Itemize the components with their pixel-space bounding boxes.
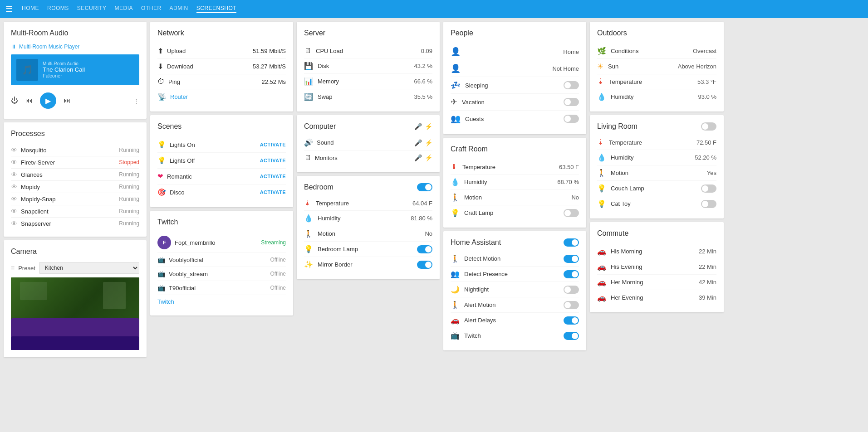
nav-security[interactable]: SECURITY <box>77 5 107 13</box>
cat-toy-toggle[interactable] <box>701 200 716 208</box>
process-name: Snapclient <box>21 208 49 215</box>
eye-icon[interactable]: 👁 <box>11 195 17 203</box>
ha-row-nightlight: 🌙 Nightlight <box>451 282 579 297</box>
stream-status: Offline <box>270 271 286 277</box>
activate-romantic-button[interactable]: ACTIVATE <box>260 174 286 179</box>
disk-icon: 💾 <box>304 62 313 70</box>
cpu-icon: 🖥 <box>304 47 311 55</box>
stream-status: Offline <box>270 257 286 263</box>
activate-disco-button[interactable]: ACTIVATE <box>260 189 286 195</box>
people-row-not-home: 👤 Not Home <box>451 60 579 77</box>
processes-card: Processes 👁Mosquitto Running 👁Firetv-Ser… <box>4 122 147 237</box>
next-button[interactable]: ⏭ <box>64 97 71 105</box>
monitor-muted-icon: 🎤 <box>414 154 422 161</box>
motion-icon: 🚶 <box>451 193 460 202</box>
nightlight-icon: 🌙 <box>451 285 460 294</box>
eye-icon[interactable]: 👁 <box>11 146 17 154</box>
sound-icon: 🔊 <box>304 138 313 147</box>
alert-delays-toggle[interactable] <box>564 316 579 325</box>
sleeping-toggle[interactable] <box>564 81 579 89</box>
network-row: ⏱ Ping 22.52 Ms <box>157 74 286 89</box>
eye-icon[interactable]: 👁 <box>11 171 17 178</box>
lr-main-toggle[interactable] <box>701 122 716 131</box>
audio-controls: ⏻ ⏮ ▶ ⏭ ⋮ <box>11 90 139 112</box>
computer-header: Computer 🎤 ⚡ <box>304 122 432 131</box>
ha-main-toggle[interactable] <box>564 238 579 247</box>
eye-icon[interactable]: 👁 <box>11 159 17 166</box>
mirror-border-toggle[interactable] <box>417 261 432 269</box>
process-row: 👁Snapclient Running <box>11 205 139 218</box>
scenes-title: Scenes <box>157 122 286 131</box>
car-icon: 🚗 <box>597 247 606 256</box>
stream-status: Streaming <box>261 239 286 246</box>
couch-lamp-toggle[interactable] <box>701 184 716 193</box>
detect-presence-icon: 👥 <box>451 270 460 278</box>
detect-presence-toggle[interactable] <box>564 270 579 278</box>
nav-home[interactable]: HOME <box>22 5 39 13</box>
nav-screenshot[interactable]: SCREENSHOT <box>196 5 236 13</box>
scene-row-lights-off: 💡 Lights Off ACTIVATE <box>157 153 286 169</box>
stream-status: Offline <box>270 285 286 291</box>
twitch-title: Twitch <box>157 218 286 226</box>
twitch-row: 📺 Voobly_stream Offline <box>157 267 286 281</box>
activate-lights-off-button[interactable]: ACTIVATE <box>260 158 286 163</box>
activate-lights-on-button[interactable]: ACTIVATE <box>260 142 286 147</box>
people-row-home: 👤 Home <box>451 44 579 60</box>
twitch-link[interactable]: Twitch <box>157 298 174 305</box>
motion-icon: 🚶 <box>304 229 313 238</box>
bedroom-lamp-toggle[interactable] <box>417 245 432 253</box>
play-pause-icon: ⏸ <box>11 44 16 50</box>
power-button[interactable]: ⏻ <box>11 97 18 105</box>
network-row-router: 📡 Router <box>157 89 286 104</box>
guests-toggle[interactable] <box>564 115 579 123</box>
prev-button[interactable]: ⏮ <box>25 97 33 105</box>
commute-row-his-evening: 🚗 His Evening 22 Min <box>597 259 716 275</box>
lr-row-couch-lamp: 💡 Couch Lamp <box>597 181 716 196</box>
nav-media[interactable]: MEDIA <box>115 5 133 13</box>
craft-lamp-toggle[interactable] <box>564 209 579 217</box>
process-status: Running <box>119 147 139 153</box>
people-title: People <box>451 29 579 37</box>
humidity-icon: 💧 <box>304 214 313 223</box>
bedroom-toggle[interactable] <box>417 183 432 191</box>
nav-admin[interactable]: ADMIN <box>170 5 188 13</box>
audio-title: Multi-Room Audio <box>11 29 139 37</box>
eye-icon[interactable]: 👁 <box>11 183 17 190</box>
nav-other[interactable]: OTHER <box>141 5 162 13</box>
router-link[interactable]: Router <box>170 93 188 100</box>
commute-row-her-morning: 🚗 Her Morning 42 Min <box>597 275 716 290</box>
play-button[interactable]: ▶ <box>40 92 56 109</box>
twitch-toggle[interactable] <box>564 332 579 340</box>
scene-row-lights-on: 💡 Lights On ACTIVATE <box>157 137 286 153</box>
computer-row-sound: 🔊 Sound 🎤 ⚡ <box>304 135 432 150</box>
memory-icon: 📊 <box>304 77 313 86</box>
navbar: ☰ HOME ROOMS SECURITY MEDIA OTHER ADMIN … <box>0 0 868 18</box>
alert-motion-toggle[interactable] <box>564 301 579 309</box>
car-icon: 🚗 <box>597 262 606 271</box>
bulb-icon: 💡 <box>157 141 166 149</box>
vacation-toggle[interactable] <box>564 98 579 106</box>
eye-icon[interactable]: 👁 <box>11 208 17 215</box>
nightlight-toggle[interactable] <box>564 286 579 294</box>
audio-player-link[interactable]: ⏸ Multi-Room Music Player <box>11 44 139 50</box>
process-status: Running <box>119 208 139 214</box>
network-row: ⬇ Download 53.27 Mbit/S <box>157 59 286 74</box>
network-title: Network <box>157 29 286 37</box>
nav-links: HOME ROOMS SECURITY MEDIA OTHER ADMIN SC… <box>22 5 236 13</box>
craft-row-humidity: 💧 Humidity 68.70 % <box>451 175 579 190</box>
twitch-icon: 📺 <box>157 284 165 291</box>
outdoors-card: Outdoors 🌿 Conditions Overcast ☀ Sun Abo… <box>590 22 724 112</box>
camera-title: Camera <box>11 248 139 256</box>
hamburger-icon[interactable]: ☰ <box>5 4 13 14</box>
nav-rooms[interactable]: ROOMS <box>47 5 69 13</box>
eye-icon[interactable]: 👁 <box>11 220 17 227</box>
preset-select[interactable]: Kitchen Living Room Bedroom Backyard <box>39 262 139 274</box>
audio-artist: Falconer <box>43 73 134 78</box>
camera-card: Camera ≡ Preset Kitchen Living Room Bedr… <box>4 240 147 357</box>
couch-lamp-icon: 💡 <box>597 184 606 193</box>
audio-song: The Clarion Call <box>43 66 134 73</box>
lr-row-cat-toy: 💡 Cat Toy <box>597 196 716 211</box>
more-options-icon[interactable]: ⋮ <box>133 97 139 104</box>
server-row: 💾 Disk 43.2 % <box>304 58 432 74</box>
detect-motion-toggle[interactable] <box>564 255 579 263</box>
